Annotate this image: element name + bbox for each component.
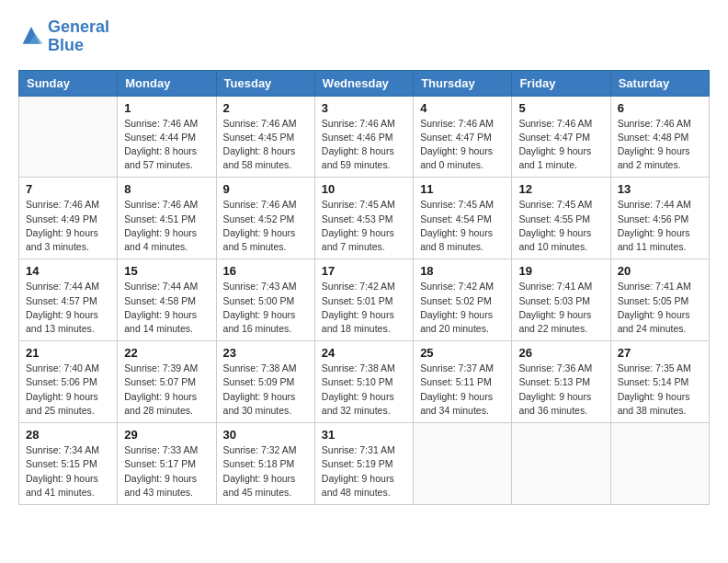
- calendar-cell: 1Sunrise: 7:46 AMSunset: 4:44 PMDaylight…: [118, 96, 216, 178]
- day-number: 30: [223, 428, 308, 442]
- calendar-cell: 24Sunrise: 7:38 AMSunset: 5:10 PMDayligh…: [314, 341, 413, 423]
- calendar-cell: 16Sunrise: 7:43 AMSunset: 5:00 PMDayligh…: [216, 259, 314, 341]
- day-info: Sunrise: 7:38 AMSunset: 5:09 PMDaylight:…: [223, 362, 308, 418]
- day-number: 24: [322, 346, 406, 360]
- day-number: 6: [618, 101, 702, 115]
- calendar-cell: 15Sunrise: 7:44 AMSunset: 4:58 PMDayligh…: [118, 259, 216, 341]
- calendar-cell: 19Sunrise: 7:41 AMSunset: 5:03 PMDayligh…: [512, 259, 610, 341]
- day-number: 11: [420, 182, 505, 196]
- day-number: 15: [124, 264, 209, 278]
- day-number: 7: [26, 182, 110, 196]
- calendar-cell: 18Sunrise: 7:42 AMSunset: 5:02 PMDayligh…: [414, 259, 512, 341]
- calendar-cell: [512, 423, 610, 505]
- day-number: 8: [124, 182, 209, 196]
- day-info: Sunrise: 7:45 AMSunset: 4:55 PMDaylight:…: [518, 198, 603, 254]
- col-header-tuesday: Tuesday: [216, 70, 314, 96]
- calendar-cell: 28Sunrise: 7:34 AMSunset: 5:15 PMDayligh…: [19, 423, 118, 505]
- calendar-cell: 2Sunrise: 7:46 AMSunset: 4:45 PMDaylight…: [216, 96, 314, 178]
- day-number: 10: [322, 182, 406, 196]
- calendar-cell: 22Sunrise: 7:39 AMSunset: 5:07 PMDayligh…: [118, 341, 216, 423]
- calendar-cell: 10Sunrise: 7:45 AMSunset: 4:53 PMDayligh…: [314, 178, 413, 259]
- day-number: 4: [420, 101, 505, 115]
- day-info: Sunrise: 7:43 AMSunset: 5:00 PMDaylight:…: [223, 280, 308, 336]
- col-header-thursday: Thursday: [414, 70, 512, 96]
- day-number: 2: [223, 101, 308, 115]
- col-header-wednesday: Wednesday: [314, 70, 413, 96]
- calendar-cell: 7Sunrise: 7:46 AMSunset: 4:49 PMDaylight…: [19, 178, 118, 259]
- day-info: Sunrise: 7:37 AMSunset: 5:11 PMDaylight:…: [420, 362, 505, 418]
- day-number: 1: [124, 101, 209, 115]
- calendar-cell: 26Sunrise: 7:36 AMSunset: 5:13 PMDayligh…: [512, 341, 610, 423]
- col-header-friday: Friday: [512, 70, 610, 96]
- day-number: 17: [322, 264, 406, 278]
- calendar-cell: 5Sunrise: 7:46 AMSunset: 4:47 PMDaylight…: [512, 96, 610, 178]
- day-number: 9: [223, 182, 308, 196]
- day-number: 22: [124, 346, 209, 360]
- day-number: 29: [124, 428, 209, 442]
- calendar-cell: 21Sunrise: 7:40 AMSunset: 5:06 PMDayligh…: [19, 341, 118, 423]
- day-info: Sunrise: 7:41 AMSunset: 5:03 PMDaylight:…: [518, 280, 603, 336]
- calendar-cell: 8Sunrise: 7:46 AMSunset: 4:51 PMDaylight…: [118, 178, 216, 259]
- logo-icon: [18, 24, 44, 50]
- day-info: Sunrise: 7:46 AMSunset: 4:47 PMDaylight:…: [518, 117, 603, 173]
- week-row-1: 1Sunrise: 7:46 AMSunset: 4:44 PMDaylight…: [19, 96, 710, 178]
- day-info: Sunrise: 7:46 AMSunset: 4:49 PMDaylight:…: [26, 198, 110, 254]
- calendar-cell: 9Sunrise: 7:46 AMSunset: 4:52 PMDaylight…: [216, 178, 314, 259]
- day-number: 16: [223, 264, 308, 278]
- day-number: 14: [26, 264, 110, 278]
- day-info: Sunrise: 7:38 AMSunset: 5:10 PMDaylight:…: [322, 362, 406, 418]
- calendar-cell: [19, 96, 118, 178]
- week-row-4: 21Sunrise: 7:40 AMSunset: 5:06 PMDayligh…: [19, 341, 710, 423]
- day-info: Sunrise: 7:46 AMSunset: 4:52 PMDaylight:…: [223, 198, 308, 254]
- day-info: Sunrise: 7:40 AMSunset: 5:06 PMDaylight:…: [26, 362, 110, 418]
- calendar-cell: 30Sunrise: 7:32 AMSunset: 5:18 PMDayligh…: [216, 423, 314, 505]
- week-row-3: 14Sunrise: 7:44 AMSunset: 4:57 PMDayligh…: [19, 259, 710, 341]
- logo: General Blue: [18, 18, 109, 55]
- calendar-body: 1Sunrise: 7:46 AMSunset: 4:44 PMDaylight…: [19, 96, 710, 504]
- calendar-cell: 14Sunrise: 7:44 AMSunset: 4:57 PMDayligh…: [19, 259, 118, 341]
- calendar-table: SundayMondayTuesdayWednesdayThursdayFrid…: [18, 70, 710, 505]
- day-info: Sunrise: 7:39 AMSunset: 5:07 PMDaylight:…: [124, 362, 209, 418]
- calendar-cell: 17Sunrise: 7:42 AMSunset: 5:01 PMDayligh…: [314, 259, 413, 341]
- day-number: 5: [518, 101, 603, 115]
- day-info: Sunrise: 7:35 AMSunset: 5:14 PMDaylight:…: [618, 362, 702, 418]
- day-number: 25: [420, 346, 505, 360]
- day-number: 28: [26, 428, 110, 442]
- day-info: Sunrise: 7:46 AMSunset: 4:48 PMDaylight:…: [618, 117, 702, 173]
- calendar-cell: 11Sunrise: 7:45 AMSunset: 4:54 PMDayligh…: [414, 178, 512, 259]
- day-info: Sunrise: 7:46 AMSunset: 4:44 PMDaylight:…: [124, 117, 209, 173]
- col-header-saturday: Saturday: [610, 70, 709, 96]
- calendar-cell: [610, 423, 709, 505]
- calendar-header-row: SundayMondayTuesdayWednesdayThursdayFrid…: [19, 70, 710, 96]
- day-info: Sunrise: 7:45 AMSunset: 4:53 PMDaylight:…: [322, 198, 406, 254]
- week-row-5: 28Sunrise: 7:34 AMSunset: 5:15 PMDayligh…: [19, 423, 710, 505]
- calendar-cell: 3Sunrise: 7:46 AMSunset: 4:46 PMDaylight…: [314, 96, 413, 178]
- day-number: 21: [26, 346, 110, 360]
- day-info: Sunrise: 7:33 AMSunset: 5:17 PMDaylight:…: [124, 443, 209, 500]
- day-number: 20: [618, 264, 702, 278]
- day-number: 23: [223, 346, 308, 360]
- day-number: 13: [618, 182, 702, 196]
- day-info: Sunrise: 7:46 AMSunset: 4:45 PMDaylight:…: [223, 117, 308, 173]
- day-number: 31: [322, 428, 406, 442]
- day-number: 19: [518, 264, 603, 278]
- col-header-sunday: Sunday: [19, 70, 118, 96]
- day-number: 18: [420, 264, 505, 278]
- calendar-cell: 31Sunrise: 7:31 AMSunset: 5:19 PMDayligh…: [314, 423, 413, 505]
- day-number: 12: [518, 182, 603, 196]
- calendar-cell: 25Sunrise: 7:37 AMSunset: 5:11 PMDayligh…: [414, 341, 512, 423]
- calendar-cell: 23Sunrise: 7:38 AMSunset: 5:09 PMDayligh…: [216, 341, 314, 423]
- day-info: Sunrise: 7:46 AMSunset: 4:47 PMDaylight:…: [420, 117, 505, 173]
- day-info: Sunrise: 7:44 AMSunset: 4:57 PMDaylight:…: [26, 280, 110, 336]
- day-info: Sunrise: 7:44 AMSunset: 4:58 PMDaylight:…: [124, 280, 209, 336]
- logo-text: General Blue: [48, 18, 109, 55]
- day-info: Sunrise: 7:31 AMSunset: 5:19 PMDaylight:…: [322, 443, 406, 500]
- day-info: Sunrise: 7:45 AMSunset: 4:54 PMDaylight:…: [420, 198, 505, 254]
- day-info: Sunrise: 7:34 AMSunset: 5:15 PMDaylight:…: [26, 443, 110, 500]
- day-number: 3: [322, 101, 406, 115]
- day-number: 27: [618, 346, 702, 360]
- col-header-monday: Monday: [118, 70, 216, 96]
- calendar-cell: 29Sunrise: 7:33 AMSunset: 5:17 PMDayligh…: [118, 423, 216, 505]
- calendar-cell: [414, 423, 512, 505]
- calendar-cell: 27Sunrise: 7:35 AMSunset: 5:14 PMDayligh…: [610, 341, 709, 423]
